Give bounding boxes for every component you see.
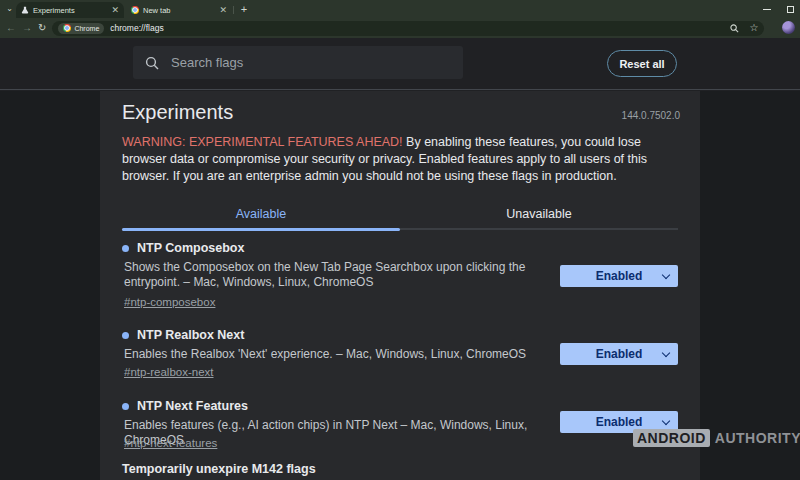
tab-unavailable[interactable]: Unavailable	[400, 200, 678, 228]
bookmark-star-icon[interactable]: ☆	[749, 23, 758, 33]
reset-all-button[interactable]: Reset all	[607, 50, 677, 77]
flag-description: Shows the Composebox on the New Tab Page…	[124, 260, 566, 290]
flag-name: NTP Next Features	[137, 399, 248, 413]
new-tab-button[interactable]: +	[238, 3, 250, 15]
flag-status-dot	[122, 403, 129, 410]
dropdown-value: Enabled	[596, 269, 643, 283]
flag-permalink[interactable]: #ntp-composebox	[124, 296, 215, 308]
tab-title: Experiments	[33, 6, 108, 15]
minimize-icon[interactable]	[763, 9, 771, 10]
flags-header-band: Reset all	[0, 38, 800, 90]
flag-row-ntp-next-features: NTP Next Features Enables features (e.g.…	[122, 399, 678, 413]
forward-icon[interactable]: →	[22, 23, 32, 33]
url-text: chrome://flags	[110, 23, 163, 33]
availability-tabs: Available Unavailable	[122, 200, 678, 230]
flag-status-dot	[122, 245, 129, 252]
reload-icon[interactable]: ↻	[38, 23, 46, 33]
tab-close-icon[interactable]: ✕	[111, 6, 119, 15]
page-background: Experiments 144.0.7502.0 WARNING: EXPERI…	[0, 91, 800, 480]
flag-description: Enables the Realbox 'Next' experience. –…	[124, 347, 566, 362]
search-input[interactable]	[169, 54, 451, 71]
tab-divider	[233, 6, 234, 14]
tab-available[interactable]: Available	[122, 200, 400, 228]
warning-strong: WARNING: EXPERIMENTAL FEATURES AHEAD!	[122, 135, 403, 149]
version-number: 144.0.7502.0	[622, 110, 680, 121]
chrome-site-chip[interactable]: Chrome	[58, 23, 104, 34]
watermark-authority: AUTHORITY	[715, 430, 800, 446]
flag-name: NTP Composebox	[137, 241, 244, 255]
page-title: Experiments	[122, 101, 233, 124]
flag-row-ntp-composebox: NTP Composebox Shows the Composebox on t…	[122, 241, 678, 255]
warning-text: WARNING: EXPERIMENTAL FEATURES AHEAD! By…	[122, 134, 680, 185]
dropdown-value: Enabled	[596, 347, 643, 361]
dropdown-value: Enabled	[596, 415, 643, 429]
flag-dropdown[interactable]: Enabled	[560, 343, 678, 365]
experiments-panel: Experiments 144.0.7502.0 WARNING: EXPERI…	[100, 91, 700, 480]
chrome-logo-icon	[63, 24, 71, 32]
window-controls	[763, 0, 794, 18]
zoom-icon[interactable]	[730, 24, 739, 33]
maximize-icon[interactable]	[787, 6, 794, 13]
profile-avatar[interactable]	[782, 21, 795, 34]
watermark-android: ANDROID	[633, 429, 710, 447]
tab-close-icon[interactable]: ✕	[219, 6, 227, 15]
flask-icon	[21, 6, 29, 14]
section-heading: Temporarily unexpire M142 flags	[122, 462, 316, 476]
tab-new-tab[interactable]: New tab ✕	[126, 2, 232, 18]
flag-dropdown[interactable]: Enabled	[560, 265, 678, 287]
chevron-down-icon	[662, 349, 670, 357]
flag-name: NTP Realbox Next	[137, 328, 244, 342]
chevron-down-icon	[662, 417, 670, 425]
tab-strip: ⌄ Experiments ✕ New tab ✕ +	[0, 0, 800, 18]
tab-experiments[interactable]: Experiments ✕	[16, 2, 124, 18]
flag-permalink[interactable]: #ntp-next-features	[124, 437, 217, 449]
android-authority-watermark: ANDROID AUTHORITY	[633, 429, 800, 447]
tab-title: New tab	[143, 6, 216, 15]
active-tab-indicator	[122, 228, 400, 231]
address-bar[interactable]: Chrome chrome://flags ☆	[52, 21, 764, 36]
back-icon[interactable]: ←	[6, 23, 16, 33]
tab-search-button[interactable]: ⌄	[3, 3, 16, 15]
search-icon	[145, 56, 159, 70]
chip-label: Chrome	[74, 25, 99, 32]
flag-status-dot	[122, 332, 129, 339]
flag-permalink[interactable]: #ntp-realbox-next	[124, 366, 214, 378]
chrome-logo-icon	[131, 6, 139, 14]
flag-row-ntp-realbox-next: NTP Realbox Next Enables the Realbox 'Ne…	[122, 328, 678, 342]
chevron-down-icon	[662, 271, 670, 279]
browser-toolbar: ← → ↻ Chrome chrome://flags ☆	[0, 18, 800, 38]
search-box[interactable]	[133, 46, 463, 79]
